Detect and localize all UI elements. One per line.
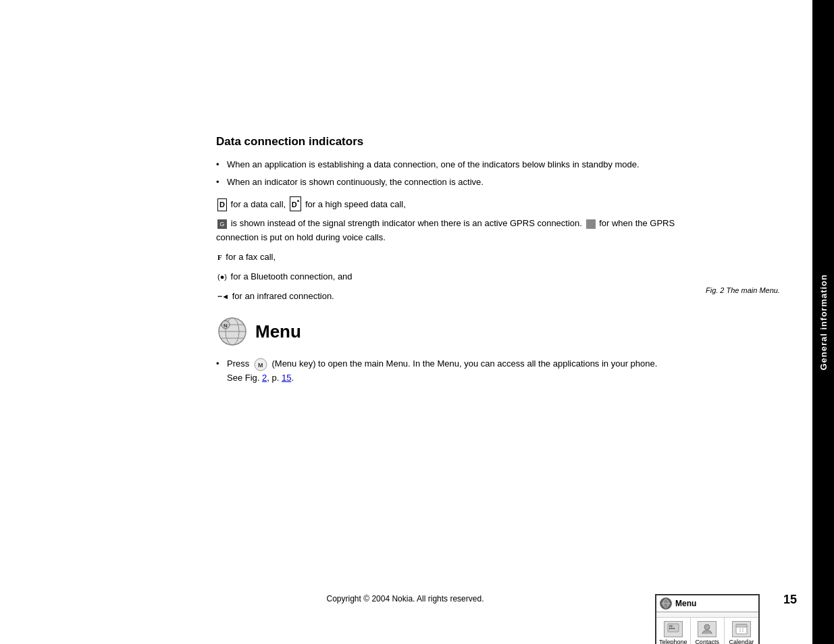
signal-hold-icon	[586, 219, 596, 229]
menu-list-item: Press M (Menu key) to open the main Menu…	[216, 357, 675, 384]
phone-url-bar	[656, 612, 758, 618]
press-label: Press	[227, 358, 249, 369]
bluetooth-icon: (●)	[217, 271, 227, 284]
grid-item-telephone: Telephone	[656, 618, 691, 644]
high-speed-icon: D*	[290, 196, 301, 211]
calendar-icon	[732, 621, 751, 637]
svg-text:M: M	[258, 362, 263, 369]
list-item: When an indicator is shown continuously,…	[216, 176, 675, 189]
main-content: Data connection indicators When an appli…	[216, 135, 675, 393]
data-call-indicator: D for a data call, D* for a high speed d…	[216, 196, 675, 211]
bullet-list: When an application is establishing a da…	[216, 158, 675, 188]
side-tab: General information	[812, 0, 834, 644]
menu-heading: N Menu	[216, 315, 675, 348]
contacts-icon	[698, 621, 716, 637]
grid-item-calendar: Calendar	[725, 618, 758, 644]
fax-icon: F	[217, 252, 222, 264]
telephone-icon	[664, 621, 683, 637]
grid-item-contacts: Contacts	[691, 618, 725, 644]
svg-text:N: N	[224, 323, 228, 329]
section-title: Data connection indicators	[216, 135, 675, 149]
menu-section: N Menu Press M (Menu key) to open the ma…	[216, 315, 675, 384]
svg-rect-13	[669, 625, 673, 627]
phone-screenshot-container: Menu Telephone	[689, 284, 797, 294]
svg-rect-16	[673, 628, 675, 629]
footer: Copyright © 2004 Nokia. All rights reser…	[0, 594, 810, 603]
gprs-icon: G	[217, 219, 227, 229]
phone-caption: Fig. 2 The main Menu.	[689, 286, 797, 294]
menu-bullet-list: Press M (Menu key) to open the main Menu…	[216, 357, 675, 384]
menu-key-icon: M	[254, 358, 267, 371]
copyright-text: Copyright © 2004 Nokia. All rights reser…	[327, 594, 484, 603]
page-link[interactable]: 15	[282, 373, 291, 383]
side-tab-label: General information	[818, 274, 829, 371]
phone-grid: Telephone Contacts	[656, 618, 758, 644]
data-icon: D	[217, 198, 227, 212]
menu-title: Menu	[255, 321, 301, 342]
bluetooth-indicator: (●) for a Bluetooth connection, and	[216, 270, 675, 284]
svg-rect-19	[736, 624, 747, 627]
fax-indicator: F for a fax call,	[216, 250, 675, 265]
infrared-indicator: ···◄ for an infrared connection.	[216, 290, 675, 304]
page-number: 15	[783, 593, 797, 607]
list-item: When an application is establishing a da…	[216, 158, 675, 171]
menu-globe-icon: N	[216, 315, 249, 348]
svg-rect-15	[671, 628, 673, 629]
infrared-icon: ···◄	[217, 291, 228, 303]
svg-rect-14	[669, 628, 671, 629]
page-container: General information Data connection indi…	[0, 0, 834, 644]
svg-point-17	[704, 624, 710, 630]
gprs-indicator: G is shown instead of the signal strengt…	[216, 217, 675, 245]
